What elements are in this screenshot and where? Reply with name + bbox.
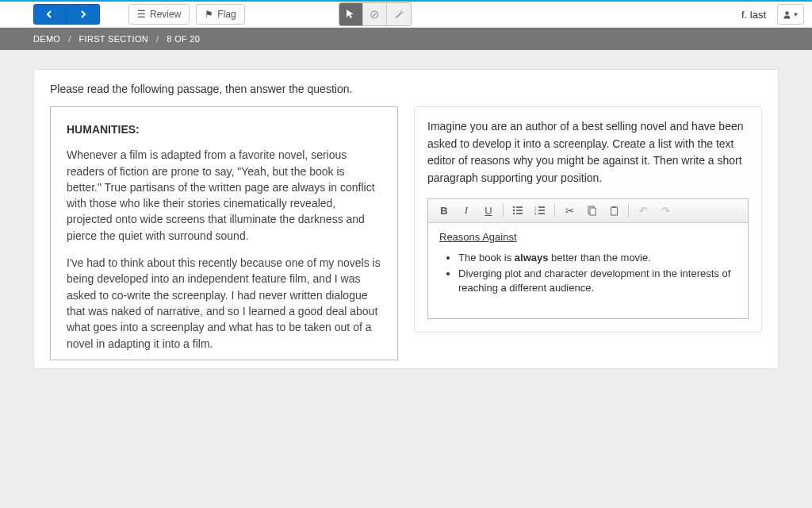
next-button[interactable] — [67, 4, 100, 25]
clear-tool-button[interactable]: ⊘ — [363, 3, 387, 25]
svg-rect-12 — [538, 210, 545, 211]
breadcrumb: DEMO / FIRST SECTION / 8 OF 20 — [0, 28, 812, 50]
crumb-demo[interactable]: DEMO — [33, 34, 60, 44]
redo-button[interactable]: ↷ — [654, 201, 676, 220]
number-list-icon: 123 — [534, 206, 546, 215]
list-item: Diverging plot and character development… — [458, 267, 737, 295]
bold-button[interactable]: B — [433, 201, 455, 220]
bullet-list-button[interactable] — [507, 201, 529, 220]
bold-icon: B — [440, 205, 447, 217]
pointer-tool-button[interactable] — [339, 3, 363, 25]
italic-button[interactable]: I — [455, 201, 477, 220]
undo-icon: ↶ — [639, 205, 648, 217]
passage-paragraph: Whenever a film is adapted from a favori… — [67, 147, 381, 244]
svg-point-5 — [513, 210, 515, 211]
cursor-icon — [346, 9, 355, 20]
nav-button-group — [33, 4, 100, 25]
editor-content[interactable]: Reasons Against The book is always bette… — [428, 223, 748, 318]
svg-point-1 — [402, 12, 404, 13]
svg-rect-6 — [516, 210, 523, 211]
editor-list: The book is always better than the movie… — [439, 251, 737, 296]
arrow-right-icon — [79, 10, 88, 19]
review-label: Review — [150, 9, 181, 20]
user-menu-button[interactable]: ▼ — [777, 4, 804, 25]
flag-label: Flag — [217, 9, 236, 20]
passage-heading: HUMANITIES: — [67, 121, 381, 137]
passage-scrollbox[interactable]: HUMANITIES: Whenever a film is adapted f… — [50, 106, 398, 360]
passage-paragraph: I've had to think about this recently be… — [67, 255, 381, 352]
columns: HUMANITIES: Whenever a film is adapted f… — [50, 106, 762, 360]
copy-icon — [587, 206, 597, 216]
bullet-list-icon — [512, 206, 523, 215]
passage-column: HUMANITIES: Whenever a film is adapted f… — [50, 106, 398, 360]
svg-point-0 — [400, 10, 402, 12]
breadcrumb-sep: / — [68, 34, 71, 44]
editor-heading: Reasons Against — [439, 231, 517, 243]
toolbar-separator — [628, 203, 629, 217]
svg-text:3: 3 — [534, 212, 537, 215]
svg-rect-10 — [538, 206, 545, 208]
arrow-left-icon — [45, 10, 55, 19]
svg-rect-18 — [612, 206, 615, 208]
topbar: ☰ Review ⚑ Flag ⊘ f. last ▼ — [0, 0, 812, 28]
question-text: Imagine you are an author of a best sell… — [427, 118, 749, 187]
toolbar-separator — [554, 203, 555, 217]
rich-text-editor: B I U 123 ✂ — [427, 198, 749, 319]
svg-point-2 — [785, 11, 788, 14]
underline-button[interactable]: U — [477, 201, 500, 220]
svg-rect-8 — [516, 213, 523, 214]
paste-button[interactable] — [603, 201, 625, 220]
crumb-position: 8 OF 20 — [167, 34, 200, 44]
username-label: f. last — [741, 9, 766, 21]
flag-button[interactable]: ⚑ Flag — [196, 4, 244, 25]
svg-rect-17 — [611, 207, 617, 215]
question-panel: Imagine you are an author of a best sell… — [414, 106, 762, 333]
underline-icon: U — [485, 205, 492, 217]
breadcrumb-sep: / — [156, 34, 159, 44]
copy-button[interactable] — [580, 201, 603, 220]
svg-rect-4 — [516, 206, 523, 208]
clipboard-icon — [609, 206, 619, 216]
crumb-section[interactable]: FIRST SECTION — [79, 34, 148, 44]
italic-icon: I — [465, 204, 468, 217]
prev-button[interactable] — [33, 4, 67, 25]
page-body: Please read the following passage, then … — [0, 50, 812, 388]
user-icon — [783, 10, 791, 19]
cut-button[interactable]: ✂ — [558, 201, 580, 220]
toolbar-separator — [503, 203, 504, 217]
svg-point-3 — [513, 206, 515, 208]
answer-column: Imagine you are an author of a best sell… — [414, 106, 762, 360]
cancel-icon: ⊘ — [370, 7, 380, 21]
number-list-button[interactable]: 123 — [529, 201, 551, 220]
instruction-text: Please read the following passage, then … — [50, 83, 762, 95]
list-icon: ☰ — [137, 9, 146, 20]
caret-down-icon: ▼ — [793, 11, 799, 18]
question-card: Please read the following passage, then … — [33, 69, 779, 369]
svg-rect-14 — [538, 213, 545, 214]
list-item: The book is always better than the movie… — [458, 251, 737, 265]
scissors-icon: ✂ — [565, 205, 574, 217]
annotation-toolbar: ⊘ — [339, 2, 412, 26]
svg-point-7 — [513, 213, 515, 214]
wand-icon — [393, 9, 404, 20]
undo-button[interactable]: ↶ — [632, 201, 654, 220]
magic-tool-button[interactable] — [387, 3, 411, 25]
svg-rect-16 — [590, 208, 596, 215]
redo-icon: ↷ — [661, 205, 670, 217]
flag-icon: ⚑ — [205, 9, 213, 20]
editor-toolbar: B I U 123 ✂ — [428, 199, 748, 223]
review-button[interactable]: ☰ Review — [128, 4, 190, 25]
